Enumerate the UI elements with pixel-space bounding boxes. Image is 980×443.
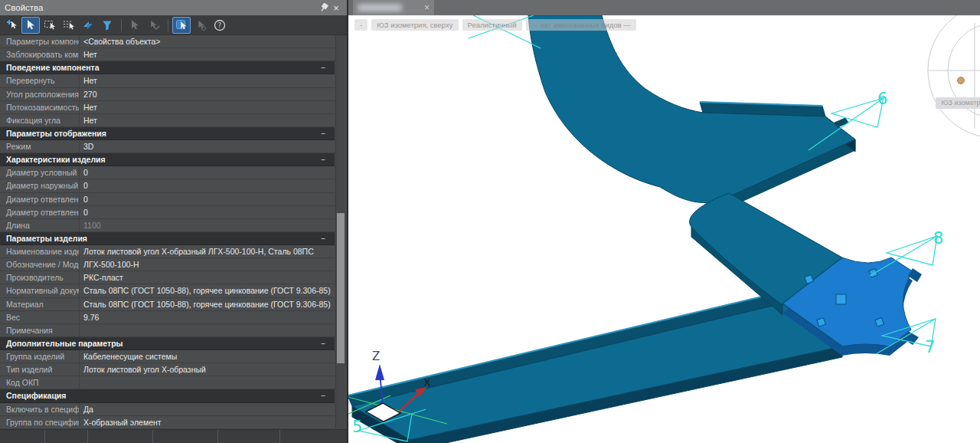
- view-orientation-button[interactable]: ЮЗ изометр: [936, 97, 980, 109]
- compass-dot: [958, 77, 965, 84]
- viewport-control-1[interactable]: ЮЗ изометрия, сверху: [371, 19, 458, 31]
- property-row: Обозначение / МодельЛГХ-500-100-Н: [0, 258, 335, 271]
- property-row: Режим3D: [0, 140, 335, 153]
- property-row: Код ОКП: [0, 376, 335, 389]
- property-label: Параметры компонента: [0, 35, 80, 48]
- property-label: Угол расположения: [0, 88, 80, 100]
- section-header[interactable]: Параметры отображения−: [0, 127, 335, 140]
- view-compass[interactable]: [928, 15, 980, 138]
- section-label: Параметры отображения: [6, 129, 106, 138]
- property-label: Группа изделий: [0, 350, 80, 363]
- property-row: Группа изделийКабеленесущие системы: [0, 350, 335, 363]
- section-header[interactable]: Параметры изделия−: [0, 232, 335, 245]
- pick-arrow-icon: [126, 17, 144, 34]
- property-value[interactable]: Сталь 08ПС (ГОСТ 1050-88), горячее цинко…: [80, 286, 335, 295]
- property-value[interactable]: 0: [80, 195, 335, 204]
- filter-icon[interactable]: [98, 17, 116, 34]
- drawing-area: ×: [348, 0, 980, 443]
- property-value[interactable]: Нет: [80, 76, 335, 85]
- property-row: Диаметр ответвлени...0: [0, 206, 335, 219]
- document-tab[interactable]: ×: [353, 0, 434, 15]
- property-label: Вес: [0, 311, 80, 323]
- viewport-controls: -ЮЗ изометрия, сверхуРеалистичный— нет и…: [354, 19, 636, 31]
- properties-titlebar: Свойства ×: [0, 0, 347, 15]
- window-select-icon[interactable]: [41, 17, 59, 34]
- add-select-icon[interactable]: [2, 17, 21, 34]
- property-label: Режим: [0, 140, 80, 153]
- property-value[interactable]: Сталь 08ПС (ГОСТ 1050-88), горячее цинко…: [80, 300, 335, 309]
- property-row: ПроизводительРКС-пласт: [0, 271, 335, 284]
- section-label: Спецификация: [6, 391, 66, 400]
- close-icon[interactable]: ×: [330, 2, 342, 14]
- property-value[interactable]: Лоток листовой угол Х-образный ЛГХ-500-1…: [80, 247, 335, 256]
- collapse-icon[interactable]: −: [321, 391, 325, 400]
- flip-orientation-icon[interactable]: [79, 17, 97, 34]
- section-header[interactable]: Спецификация−: [0, 389, 335, 402]
- property-row: ПеревернутьНет: [0, 74, 335, 87]
- property-label: Диаметр ответвлени...: [0, 193, 80, 205]
- z-axis-label: Z: [372, 349, 380, 363]
- document-tabbar: ×: [348, 0, 980, 15]
- property-value[interactable]: ЛГХ-500-100-Н: [80, 260, 335, 269]
- section-label: Поведение компонента: [6, 63, 100, 72]
- section-label: Характеристики изделия: [6, 155, 106, 164]
- property-value[interactable]: Нет: [80, 103, 335, 112]
- panel-scrollbar[interactable]: [335, 35, 345, 429]
- collapse-icon[interactable]: −: [321, 63, 325, 72]
- tab-close-icon[interactable]: ×: [424, 3, 430, 12]
- grip-center: [836, 294, 846, 304]
- property-value[interactable]: Лоток листовой угол Х-образный: [80, 365, 335, 374]
- property-value[interactable]: 9.76: [80, 313, 335, 322]
- property-value[interactable]: Х-образный элемент: [80, 418, 335, 427]
- properties-panel: Свойства × ? Параметры компонента<Свойст…: [0, 0, 348, 443]
- property-row: Нормативный документСталь 08ПС (ГОСТ 105…: [0, 284, 335, 297]
- property-value[interactable]: Да: [80, 405, 335, 414]
- property-value[interactable]: 0: [80, 181, 335, 190]
- property-value[interactable]: 1100: [80, 221, 335, 230]
- property-value[interactable]: Нет: [80, 116, 335, 125]
- property-row: Длина1100: [0, 219, 335, 232]
- toolbar-separator: [168, 19, 168, 31]
- help-icon[interactable]: ?: [211, 17, 229, 34]
- viewport-control-0[interactable]: -: [354, 19, 368, 31]
- property-value[interactable]: Нет: [80, 50, 335, 59]
- property-row: Параметры компонента<Свойства объекта>: [0, 35, 335, 48]
- pick-confirm-icon: [145, 17, 163, 34]
- collapse-icon[interactable]: −: [321, 234, 325, 243]
- 3d-viewport[interactable]: 5678 Z X: [348, 15, 980, 443]
- property-value[interactable]: 270: [80, 90, 335, 99]
- select-arrow-icon[interactable]: [21, 17, 40, 34]
- property-label: Наименование изделия: [0, 245, 80, 258]
- highlight-select-icon[interactable]: [172, 17, 191, 34]
- marker-number-7: 7: [925, 338, 935, 356]
- pin-icon[interactable]: [318, 2, 330, 14]
- property-row: Угол расположения270: [0, 88, 335, 101]
- section-header[interactable]: Поведение компонента−: [0, 61, 335, 74]
- property-value[interactable]: 3D: [80, 142, 335, 151]
- property-row: Наименование изделияЛоток листовой угол …: [0, 245, 335, 258]
- property-label: Заблокировать комп...: [0, 48, 80, 61]
- property-row: Диаметр ответвлени...0: [0, 193, 335, 206]
- property-row: Примечания: [0, 324, 335, 337]
- collapse-icon[interactable]: −: [321, 339, 325, 348]
- x-axis-label: X: [423, 376, 431, 389]
- viewport-control-3[interactable]: — нет именованных видов —: [526, 19, 636, 31]
- properties-grid: Параметры компонента<Свойства объекта>За…: [0, 35, 335, 429]
- property-value[interactable]: РКС-пласт: [80, 273, 335, 282]
- property-row: Включить в специфи...Да: [0, 403, 335, 416]
- section-header[interactable]: Дополнительные параметры−: [0, 337, 335, 350]
- property-value[interactable]: Кабеленесущие системы: [80, 352, 335, 361]
- property-row: Группа по специфика...Х-образный элемент: [0, 416, 335, 429]
- section-header[interactable]: Характеристики изделия−: [0, 153, 335, 166]
- quick-select-icon[interactable]: [60, 17, 78, 34]
- property-row: ПотокозависимостьНет: [0, 101, 335, 114]
- marker-number-6: 6: [877, 90, 887, 108]
- panel-scrollbar-thumb[interactable]: [337, 213, 345, 363]
- collapse-icon[interactable]: −: [321, 129, 325, 138]
- collapse-icon[interactable]: −: [321, 155, 325, 164]
- cycle-select-icon: [191, 17, 210, 34]
- viewport-control-2[interactable]: Реалистичный: [462, 19, 522, 31]
- property-value[interactable]: 0: [80, 208, 335, 217]
- property-value[interactable]: 0: [80, 168, 335, 177]
- property-value[interactable]: <Свойства объекта>: [80, 37, 335, 46]
